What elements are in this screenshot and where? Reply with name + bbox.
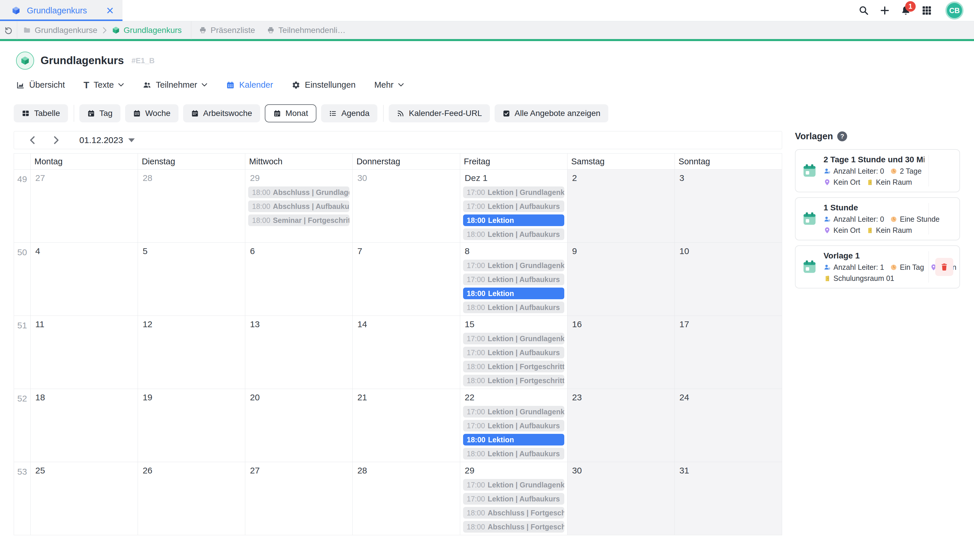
day-cell[interactable]: 16 [567, 316, 675, 389]
event-chip[interactable]: 17:00Lektion | Grundlagenkurs [463, 406, 564, 418]
day-cell[interactable]: 6 [245, 243, 352, 315]
prev-month-button[interactable] [25, 136, 40, 145]
view-button-arbeitswoche[interactable]: Arbeitswoche [183, 104, 260, 122]
day-cell[interactable]: 18 [30, 389, 138, 462]
day-cell[interactable]: 30 [567, 462, 675, 535]
event-chip[interactable]: 18:00Lektion | Aufbaukurs [463, 448, 564, 460]
next-month-button[interactable] [48, 136, 64, 145]
tab-mehr[interactable]: Mehr [374, 80, 404, 90]
view-button-agenda[interactable]: Agenda [321, 104, 378, 122]
day-cell[interactable]: 4 [30, 243, 138, 315]
day-cell[interactable]: 17 [675, 316, 782, 389]
tab-texte[interactable]: T Texte [84, 80, 124, 90]
event-chip[interactable]: 18:00Abschluss | Aufbaukurs [248, 200, 349, 212]
day-cell[interactable]: 19 [138, 389, 245, 462]
day-cell[interactable]: 28 [352, 462, 459, 535]
event-chip[interactable]: 18:00Lektion | Aufbaukurs [463, 302, 564, 313]
day-cell[interactable]: 14 [352, 316, 459, 389]
notification-badge: 1 [905, 1, 916, 12]
day-cell[interactable]: 23 [567, 389, 675, 462]
date-picker[interactable]: 01.12.2023 [79, 135, 135, 145]
day-cell[interactable]: Dez 117:00Lektion | Grundlagenkurs17:00L… [460, 170, 567, 242]
room-icon [866, 178, 874, 186]
calendar-month-icon [273, 110, 281, 117]
print-teilnehmendenliste[interactable]: Teilnehmendenli… [267, 26, 346, 35]
more-events-link[interactable]: +2 more [464, 462, 567, 462]
show-all-offers-button[interactable]: Alle Angebote anzeigen [495, 104, 608, 122]
event-chip[interactable]: 18:00Lektion [463, 434, 564, 445]
view-button-monat[interactable]: Monat [265, 104, 317, 122]
breadcrumb-item-grundlagenkurse[interactable]: Grundlagenkurse [23, 26, 97, 35]
view-button-woche[interactable]: Woche [125, 104, 179, 122]
tab-close-icon[interactable]: × [106, 4, 114, 17]
event-chip[interactable]: 17:00Lektion | Grundlagenkurs [463, 260, 564, 271]
day-cell[interactable]: 11 [30, 316, 138, 389]
day-cell[interactable]: 5 [138, 243, 245, 315]
template-card[interactable]: 1 StundeAnzahl Leiter: 0Eine StundeKein … [795, 197, 960, 240]
day-cell[interactable]: 20 [245, 389, 352, 462]
more-events-link[interactable]: +2 more [464, 535, 567, 535]
delete-template-button[interactable] [935, 258, 953, 276]
tab-uebersicht[interactable]: Übersicht [16, 80, 65, 90]
event-chip[interactable]: 17:00Lektion | Aufbaukurs [463, 347, 564, 358]
day-cell[interactable]: 9 [567, 243, 675, 315]
day-cell[interactable]: 26 [138, 462, 245, 535]
day-cell[interactable]: 2917:00Lektion | Grundlagenkurs17:00Lekt… [460, 462, 567, 535]
day-cell[interactable]: 2217:00Lektion | Grundlagenkurs17:00Lekt… [460, 389, 567, 462]
day-cell[interactable]: 27 [30, 170, 138, 242]
event-chip[interactable]: 18:00Abschluss | Fortgeschrit… [463, 507, 564, 518]
day-cell[interactable]: 1517:00Lektion | Grundlagenkurs17:00Lekt… [460, 316, 567, 389]
avatar[interactable]: CB [946, 2, 964, 20]
day-cell[interactable]: 3 [675, 170, 782, 242]
day-cell[interactable]: 10 [675, 243, 782, 315]
template-card[interactable]: 2 Tage 1 Stunde und 30 Minu…Anzahl Leite… [795, 149, 960, 192]
template-card[interactable]: Vorlage 1Anzahl Leiter: 1Ein TagWienSchu… [795, 245, 960, 288]
event-chip[interactable]: 18:00Lektion | Fortgeschritten… [463, 375, 564, 387]
more-events-link[interactable]: +2 more [464, 388, 567, 389]
event-chip[interactable]: 17:00Lektion | Grundlagenkurs [463, 187, 564, 198]
day-cell[interactable]: 2 [567, 170, 675, 242]
day-cell[interactable]: 21 [352, 389, 459, 462]
event-chip[interactable]: 18:00Seminar | Fortgeschritte… [248, 215, 349, 226]
print-praesenzliste[interactable]: Präsenzliste [199, 26, 255, 35]
event-chip[interactable]: 17:00Lektion | Aufbaukurs [463, 493, 564, 505]
event-chip[interactable]: 17:00Lektion | Grundlagenkurs [463, 333, 564, 344]
day-cell[interactable]: 7 [352, 243, 459, 315]
day-cell[interactable]: 31 [675, 462, 782, 535]
history-back-icon[interactable] [0, 26, 17, 35]
day-cell[interactable]: 2918:00Abschluss | Grundlagen…18:00Absch… [245, 170, 352, 242]
day-cell[interactable]: 817:00Lektion | Grundlagenkurs17:00Lekti… [460, 243, 567, 315]
browser-tab[interactable]: Grundlagenkurs × [0, 0, 122, 21]
calendar-feed-url-button[interactable]: Kalender-Feed-URL [389, 104, 490, 122]
event-chip[interactable]: 18:00Lektion [463, 215, 564, 226]
day-cell[interactable]: 12 [138, 316, 245, 389]
day-cell[interactable]: 28 [138, 170, 245, 242]
event-chip[interactable]: 17:00Lektion | Aufbaukurs [463, 420, 564, 432]
event-chip[interactable]: 17:00Lektion | Aufbaukurs [463, 200, 564, 212]
tab-teilnehmer[interactable]: Teilnehmer [143, 80, 207, 90]
event-chip[interactable]: 18:00Lektion [463, 288, 564, 299]
day-cell[interactable]: 24 [675, 389, 782, 462]
template-card-body: 1 StundeAnzahl Leiter: 0Eine StundeKein … [824, 203, 929, 235]
help-icon[interactable]: ? [837, 132, 847, 141]
tab-einstellungen[interactable]: Einstellungen [292, 80, 356, 90]
event-chip[interactable]: 18:00Lektion | Fortgeschritten… [463, 361, 564, 372]
day-cell[interactable]: 27 [245, 462, 352, 535]
breadcrumb-item-grundlagenkurs[interactable]: Grundlagenkurs [112, 26, 182, 35]
apps-grid-icon[interactable] [916, 5, 937, 16]
day-cell[interactable]: 13 [245, 316, 352, 389]
day-cell[interactable]: 30 [352, 170, 459, 242]
event-chip[interactable]: 18:00Abschluss | Fortgeschrit… [463, 521, 564, 533]
current-date-label: 01.12.2023 [79, 135, 123, 145]
search-icon[interactable] [853, 5, 874, 16]
event-chip[interactable]: 17:00Lektion | Grundlagenkurs [463, 479, 564, 491]
table-view-button[interactable]: Tabelle [14, 104, 68, 122]
event-chip[interactable]: 18:00Lektion | Aufbaukurs [463, 228, 564, 240]
day-cell[interactable]: 25 [30, 462, 138, 535]
add-icon[interactable] [874, 5, 895, 16]
event-chip[interactable]: 18:00Abschluss | Grundlagen… [248, 187, 349, 198]
tab-kalender[interactable]: Kalender [226, 80, 273, 90]
notifications-bell-icon[interactable]: 1 [895, 5, 916, 16]
view-button-tag[interactable]: Tag [79, 104, 120, 122]
event-chip[interactable]: 17:00Lektion | Aufbaukurs [463, 273, 564, 285]
